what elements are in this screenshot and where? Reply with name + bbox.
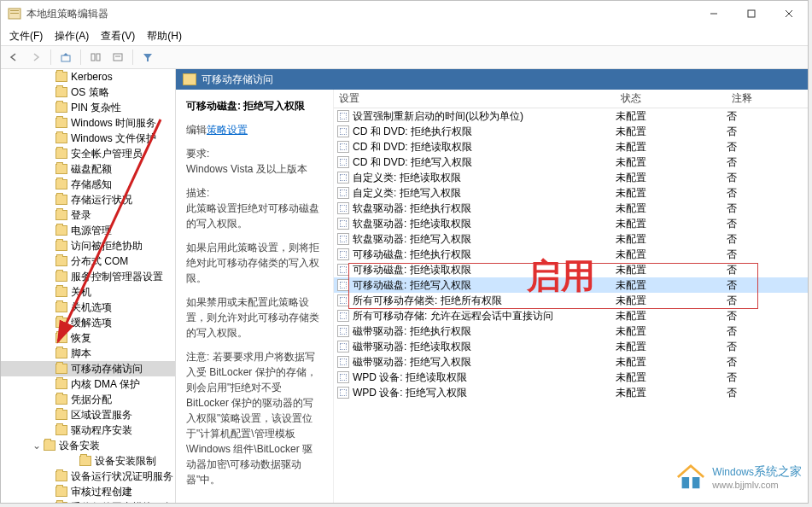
tree-item[interactable]: 缓解选项: [1, 315, 175, 330]
tree-item[interactable]: PIN 复杂性: [1, 100, 175, 115]
path-title: 可移动存储访问: [202, 73, 273, 87]
svg-rect-2: [10, 13, 19, 14]
tree-item[interactable]: 存储运行状况: [1, 192, 175, 207]
settings-list: 设置 状态 注释 设置强制重新启动的时间(以秒为单位)未配置否CD 和 DVD:…: [334, 90, 808, 503]
tree-item[interactable]: 设备运行状况证明服务: [1, 469, 175, 484]
list-row[interactable]: CD 和 DVD: 拒绝写入权限未配置否: [334, 154, 808, 170]
col-state[interactable]: 状态: [616, 91, 727, 106]
tree-item[interactable]: 受信任的平台模块服务: [1, 499, 175, 503]
svg-rect-14: [692, 477, 700, 488]
tree-item[interactable]: Windows 时间服务: [1, 115, 175, 131]
menu-help[interactable]: 帮助(H): [142, 27, 187, 45]
tree-item[interactable]: 凭据分配: [1, 392, 175, 407]
back-button[interactable]: [4, 48, 23, 67]
close-button[interactable]: [770, 2, 808, 26]
app-window: 本地组策略编辑器 文件(F) 操作(A) 查看(V) 帮助(H) Kerbero…: [0, 0, 809, 504]
list-row[interactable]: WPD 设备: 拒绝写入权限未配置否: [334, 385, 808, 400]
tree-item[interactable]: OS 策略: [1, 84, 175, 100]
list-row[interactable]: 软盘驱动器: 拒绝执行权限未配置否: [334, 201, 808, 216]
house-icon: [675, 463, 707, 492]
tree-item[interactable]: 服务控制管理器设置: [1, 269, 175, 284]
minimize-button[interactable]: [695, 2, 733, 26]
folder-icon: [183, 73, 196, 85]
list-row[interactable]: 自定义类: 拒绝读取权限未配置否: [334, 170, 808, 185]
tree-item[interactable]: 关机: [1, 284, 175, 300]
tree-item[interactable]: 脚本: [1, 346, 175, 361]
setting-heading: 可移动磁盘: 拒绝写入权限: [186, 98, 323, 114]
svg-rect-4: [748, 10, 755, 17]
svg-rect-1: [10, 10, 19, 11]
svg-rect-8: [91, 54, 95, 61]
tree-item[interactable]: 分布式 COM: [1, 253, 175, 269]
svg-rect-10: [114, 54, 122, 61]
list-row[interactable]: 软盘驱动器: 拒绝读取权限未配置否: [334, 216, 808, 231]
watermark: Windows系统之家 www.bjjmlv.com: [675, 463, 802, 492]
tree-item[interactable]: 可移动存储访问: [1, 361, 175, 376]
filter-button[interactable]: [138, 48, 157, 67]
list-row[interactable]: 可移动磁盘: 拒绝执行权限未配置否: [334, 247, 808, 262]
list-row[interactable]: 磁带驱动器: 拒绝执行权限未配置否: [334, 323, 808, 339]
list-row[interactable]: WPD 设备: 拒绝读取权限未配置否: [334, 370, 808, 385]
tree-item[interactable]: 关机选项: [1, 300, 175, 315]
tree-pane[interactable]: KerberosOS 策略PIN 复杂性Windows 时间服务Windows …: [1, 69, 176, 503]
menu-action[interactable]: 操作(A): [50, 27, 94, 45]
tree-item[interactable]: Windows 文件保护: [1, 131, 175, 146]
list-row[interactable]: 磁带驱动器: 拒绝写入权限未配置否: [334, 354, 808, 370]
col-setting[interactable]: 设置: [334, 91, 616, 106]
tree-item[interactable]: 存储感知: [1, 177, 175, 192]
list-row[interactable]: CD 和 DVD: 拒绝执行权限未配置否: [334, 124, 808, 139]
list-row[interactable]: 自定义类: 拒绝写入权限未配置否: [334, 185, 808, 201]
right-pane: 可移动存储访问 可移动磁盘: 拒绝写入权限 编辑策略设置 要求:Windows …: [176, 69, 808, 503]
tree-item[interactable]: 设备安装限制: [1, 453, 175, 469]
svg-rect-7: [61, 55, 70, 61]
app-icon: [8, 7, 21, 20]
list-row[interactable]: 磁带驱动器: 拒绝读取权限未配置否: [334, 339, 808, 354]
list-row[interactable]: 设置强制重新启动的时间(以秒为单位)未配置否: [334, 108, 808, 124]
content-area: KerberosOS 策略PIN 复杂性Windows 时间服务Windows …: [1, 69, 808, 503]
list-row[interactable]: 可移动磁盘: 拒绝写入权限未配置否: [334, 277, 808, 293]
list-header: 设置 状态 注释: [334, 90, 808, 108]
list-row[interactable]: 所有可移动存储: 允许在远程会话中直接访问未配置否: [334, 308, 808, 323]
tree-item[interactable]: 登录: [1, 207, 175, 223]
description-pane: 可移动磁盘: 拒绝写入权限 编辑策略设置 要求:Windows Vista 及以…: [176, 90, 334, 503]
toolbar: [1, 45, 808, 69]
title-bar: 本地组策略编辑器: [1, 1, 808, 26]
tree-item[interactable]: 安全帐户管理员: [1, 146, 175, 161]
menu-view[interactable]: 查看(V): [96, 27, 140, 45]
svg-rect-9: [96, 54, 100, 61]
tree-item[interactable]: 区域设置服务: [1, 407, 175, 422]
forward-button[interactable]: [26, 48, 45, 67]
col-note[interactable]: 注释: [727, 91, 778, 106]
tree-item[interactable]: 内核 DMA 保护: [1, 376, 175, 392]
window-title: 本地组策略编辑器: [26, 7, 695, 21]
detail-pane: 可移动磁盘: 拒绝写入权限 编辑策略设置 要求:Windows Vista 及以…: [176, 90, 808, 503]
tree-item[interactable]: 电源管理: [1, 223, 175, 238]
show-hide-button[interactable]: [86, 48, 105, 67]
menu-file[interactable]: 文件(F): [4, 27, 48, 45]
tree-item[interactable]: 恢复: [1, 330, 175, 346]
edit-policy-link[interactable]: 策略设置: [207, 124, 248, 136]
list-row[interactable]: CD 和 DVD: 拒绝读取权限未配置否: [334, 139, 808, 154]
tree-item[interactable]: 审核过程创建: [1, 484, 175, 499]
list-row[interactable]: 软盘驱动器: 拒绝写入权限未配置否: [334, 231, 808, 247]
export-button[interactable]: [108, 48, 127, 67]
tree-item[interactable]: 访问被拒绝协助: [1, 238, 175, 253]
maximize-button[interactable]: [733, 2, 770, 26]
svg-rect-13: [682, 477, 690, 488]
list-body: 设置强制重新启动的时间(以秒为单位)未配置否CD 和 DVD: 拒绝执行权限未配…: [334, 108, 808, 400]
list-row[interactable]: 所有可移动存储类: 拒绝所有权限未配置否: [334, 293, 808, 308]
tree-item[interactable]: Kerberos: [1, 69, 175, 84]
tree-item[interactable]: ⌄设备安装: [1, 438, 175, 453]
menu-bar: 文件(F) 操作(A) 查看(V) 帮助(H): [1, 26, 808, 45]
tree-item[interactable]: 驱动程序安装: [1, 422, 175, 438]
up-button[interactable]: [56, 48, 75, 67]
list-row[interactable]: 可移动磁盘: 拒绝读取权限未配置否: [334, 262, 808, 277]
path-bar: 可移动存储访问: [176, 69, 808, 90]
tree-item[interactable]: 磁盘配额: [1, 161, 175, 177]
